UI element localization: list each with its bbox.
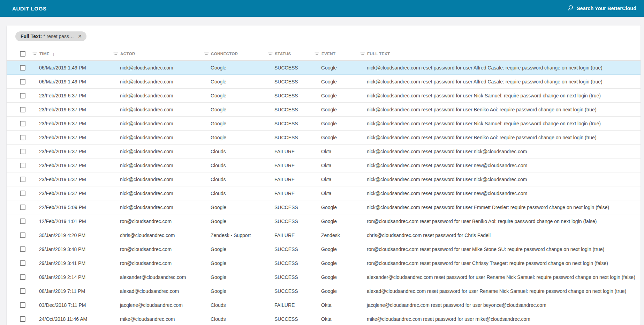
column-header-connector[interactable]: CONNECTOR — [204, 52, 268, 56]
cell-connector: Clouds — [204, 163, 268, 168]
column-header-status[interactable]: STATUS — [268, 52, 315, 56]
row-checkbox[interactable] — [20, 93, 25, 98]
cell-event: Google — [315, 107, 360, 112]
column-header-time[interactable]: TIME ↓ — [32, 51, 113, 57]
cell-status: FAILURE — [268, 149, 315, 154]
row-checkbox[interactable] — [20, 316, 25, 322]
cell-actor: alexander@cloudsandrec.com — [113, 274, 204, 280]
table-row[interactable]: 06/Mar/2019 1:49 PM nick@cloudsandrec.co… — [7, 75, 641, 89]
row-checkbox-cell — [7, 79, 32, 84]
cell-event: Google — [315, 246, 360, 252]
select-all-checkbox[interactable] — [20, 51, 25, 57]
cell-full-text: nick@cloudsandrec.com reset password for… — [360, 79, 641, 84]
cell-time: 29/Jan/2019 3:41 PM — [32, 260, 113, 266]
table-row[interactable]: 29/Jan/2019 3:48 PM ron@cloudsandrec.com… — [7, 242, 641, 256]
cell-actor: ron@cloudsandrec.com — [113, 246, 204, 252]
row-checkbox-cell — [7, 302, 32, 308]
cell-status: SUCCESS — [268, 79, 315, 84]
column-label: FULL TEXT — [367, 52, 390, 56]
cell-time: 29/Jan/2019 3:48 PM — [32, 246, 113, 252]
row-checkbox[interactable] — [20, 246, 25, 252]
cell-actor: nick@cloudsandrec.com — [113, 149, 204, 154]
cell-full-text: ron@cloudsandrec.com reset password for … — [360, 219, 641, 224]
cell-time: 06/Mar/2019 1:49 PM — [32, 79, 113, 84]
table-row[interactable]: 29/Jan/2019 3:41 PM ron@cloudsandrec.com… — [7, 256, 641, 270]
cell-status: SUCCESS — [268, 107, 315, 112]
filter-icon — [32, 52, 37, 56]
cell-full-text: nick@cloudsandrec.com reset password for… — [360, 93, 641, 98]
table-row[interactable]: 23/Feb/2019 6:37 PM nick@cloudsandrec.co… — [7, 131, 641, 145]
cell-actor: nick@cloudsandrec.com — [113, 107, 204, 112]
row-checkbox-cell — [7, 205, 32, 210]
row-checkbox-cell — [7, 191, 32, 196]
filter-icon — [113, 52, 118, 56]
row-checkbox[interactable] — [20, 79, 25, 84]
cell-time: 23/Feb/2019 6:37 PM — [32, 93, 113, 98]
row-checkbox[interactable] — [20, 219, 25, 224]
column-header-event[interactable]: EVENT — [315, 52, 360, 56]
row-checkbox[interactable] — [20, 135, 25, 140]
cell-connector: Google — [204, 121, 268, 126]
cell-event: Okta — [315, 149, 360, 154]
search-icon — [568, 5, 574, 12]
table-row[interactable]: 23/Feb/2019 6:37 PM nick@cloudsandrec.co… — [7, 117, 641, 131]
cell-status: FAILURE — [268, 302, 315, 308]
cell-time: 08/Jan/2019 7:11 PM — [32, 288, 113, 294]
column-header-actor[interactable]: ACTOR — [113, 52, 204, 56]
filter-chip-label: Full Text: — [21, 34, 42, 39]
table-row[interactable]: 03/Dec/2018 7:11 PM jacqlene@cloudsandre… — [7, 298, 641, 312]
row-checkbox[interactable] — [20, 260, 25, 266]
table-row[interactable]: 23/Feb/2019 6:37 PM nick@cloudsandrec.co… — [7, 103, 641, 117]
cell-connector: Google — [204, 79, 268, 84]
row-checkbox[interactable] — [20, 177, 25, 182]
full-text-filter-chip[interactable]: Full Text: * reset pass… ✕ — [15, 31, 86, 41]
row-checkbox[interactable] — [20, 65, 25, 71]
cell-event: Google — [315, 260, 360, 266]
row-checkbox[interactable] — [20, 302, 25, 308]
cell-time: 24/Oct/2018 11:46 AM — [32, 316, 113, 322]
cell-connector: Google — [204, 260, 268, 266]
table-row[interactable]: 23/Feb/2019 6:37 PM nick@cloudsandrec.co… — [7, 145, 641, 158]
cell-full-text: nick@cloudsandrec.com reset password for… — [360, 149, 641, 154]
table-row[interactable]: 08/Jan/2019 7:11 PM alexad@cloudsandrec.… — [7, 284, 641, 298]
cell-time: 23/Feb/2019 6:37 PM — [32, 149, 113, 154]
row-checkbox[interactable] — [20, 149, 25, 154]
row-checkbox[interactable] — [20, 121, 25, 126]
table-row[interactable]: 23/Feb/2019 6:37 PM nick@cloudsandrec.co… — [7, 186, 641, 200]
row-checkbox[interactable] — [20, 232, 25, 238]
filter-icon — [268, 52, 273, 56]
table-row[interactable]: 09/Jan/2019 2:14 PM alexander@cloudsandr… — [7, 270, 641, 284]
row-checkbox[interactable] — [20, 288, 25, 294]
cell-event: Google — [315, 274, 360, 280]
cell-connector: Google — [204, 246, 268, 252]
table-row[interactable]: 22/Feb/2019 5:09 PM nick@cloudsandrec.co… — [7, 200, 641, 214]
remove-filter-icon[interactable]: ✕ — [78, 34, 82, 39]
cell-actor: nick@cloudsandrec.com — [113, 205, 204, 210]
cell-actor: nick@cloudsandrec.com — [113, 79, 204, 84]
row-checkbox-cell — [7, 107, 32, 112]
table-row[interactable]: 23/Feb/2019 6:37 PM nick@cloudsandrec.co… — [7, 172, 641, 186]
row-checkbox-cell — [7, 232, 32, 238]
cell-time: 30/Jan/2019 4:20 PM — [32, 232, 113, 238]
cell-full-text: nick@cloudsandrec.com reset password for… — [360, 65, 641, 71]
cell-time: 22/Feb/2019 5:09 PM — [32, 205, 113, 210]
row-checkbox[interactable] — [20, 205, 25, 210]
table-row[interactable]: 06/Mar/2019 1:49 PM nick@cloudsandrec.co… — [7, 61, 641, 75]
table-row[interactable]: 23/Feb/2019 6:37 PM nick@cloudsandrec.co… — [7, 89, 641, 103]
table-row[interactable]: 30/Jan/2019 4:20 PM chris@cloudsandrec.c… — [7, 228, 641, 242]
row-checkbox[interactable] — [20, 107, 25, 112]
cell-status: FAILURE — [268, 163, 315, 168]
cell-full-text: nick@cloudsandrec.com reset password for… — [360, 177, 641, 182]
row-checkbox-cell — [7, 288, 32, 294]
row-checkbox[interactable] — [20, 191, 25, 196]
column-header-full-text[interactable]: FULL TEXT — [360, 52, 641, 56]
row-checkbox[interactable] — [20, 274, 25, 280]
table-row[interactable]: 24/Oct/2018 11:46 AM mike@cloudsandrec.c… — [7, 312, 641, 325]
table-row[interactable]: 12/Feb/2019 1:01 PM ron@cloudsandrec.com… — [7, 214, 641, 228]
global-search-button[interactable]: Search Your BetterCloud — [568, 5, 636, 12]
table-row[interactable]: 23/Feb/2019 6:37 PM nick@cloudsandrec.co… — [7, 158, 641, 172]
row-checkbox[interactable] — [20, 163, 25, 168]
cell-status: SUCCESS — [268, 316, 315, 322]
row-checkbox-cell — [7, 316, 32, 322]
row-checkbox-cell — [7, 149, 32, 154]
